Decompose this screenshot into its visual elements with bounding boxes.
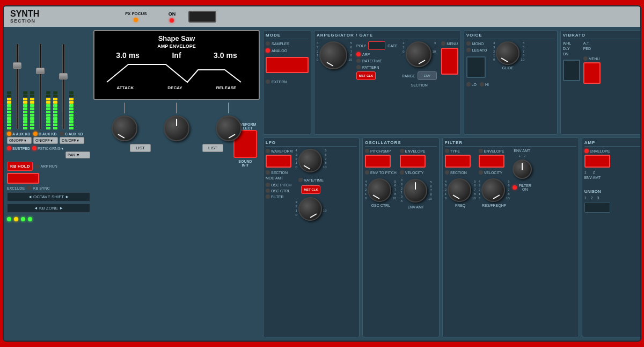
res-knob[interactable] bbox=[481, 178, 505, 202]
top-right-row: MODE SAMPLES ANALOG EXTE bbox=[263, 30, 641, 135]
filter-type-switch[interactable] bbox=[445, 155, 471, 168]
attack-label: ATTACK bbox=[117, 85, 134, 90]
pstick-label[interactable]: PSTICK/RNG▼ bbox=[38, 147, 64, 150]
filter-env-label: ENVELOPE bbox=[484, 149, 504, 153]
arp-menu-switch[interactable] bbox=[441, 48, 458, 75]
on-led bbox=[170, 18, 174, 23]
velocity-1: 1 bbox=[584, 170, 587, 174]
power-switch[interactable] bbox=[188, 11, 216, 23]
aux-c-block: C AUX KB ON/OFF▼ bbox=[60, 132, 84, 144]
amp-content: ENVELOPE 1 2 ENV AMT UNISON bbox=[584, 149, 641, 213]
bottom-led-1 bbox=[7, 217, 11, 221]
envelope-svg bbox=[100, 62, 253, 83]
main-knobs-row bbox=[93, 103, 260, 141]
attack-value: 3.0 ms bbox=[116, 51, 140, 60]
aux-a-dropdown[interactable]: ON/OFF▼ bbox=[7, 137, 32, 144]
lfo-mod-knob[interactable] bbox=[298, 149, 322, 172]
env-knob-3[interactable] bbox=[216, 115, 241, 141]
lfo-section: LFO WAVEFORM SECTION bbox=[263, 138, 360, 337]
display-labels: ATTACK DECAY RELEASE bbox=[100, 85, 253, 90]
samples-led bbox=[266, 41, 270, 46]
arp-menu-led bbox=[441, 41, 445, 46]
vib-menu-switch[interactable] bbox=[583, 62, 601, 84]
osc-ctrl-led bbox=[266, 189, 270, 193]
arp-rate-knob[interactable] bbox=[319, 41, 347, 69]
lfo-waveform-switch[interactable] bbox=[266, 155, 291, 168]
amp-section: AMP ENVELOPE 1 2 ENV AMT bbox=[582, 138, 641, 337]
bottom-led-3 bbox=[21, 217, 25, 221]
osc-ctrl-label2: OSC CTRL bbox=[365, 204, 397, 207]
kb-zone-button[interactable]: ◄ KB ZONE ► bbox=[7, 204, 90, 213]
freq-scale-r: 567810 bbox=[472, 180, 476, 201]
app-title: SYNTH bbox=[10, 10, 39, 18]
fader-1[interactable] bbox=[12, 44, 22, 129]
lfo-section-led bbox=[266, 170, 270, 175]
aux-b-dropdown[interactable]: ON/OFF▼ bbox=[33, 137, 58, 144]
octave-shift-button[interactable]: ◄ OCTAVE SHIFT ► bbox=[7, 192, 90, 201]
osc-title: OSCILLATORS bbox=[365, 140, 437, 147]
kb-hold-button[interactable]: KB HOLD bbox=[7, 162, 33, 171]
kb-hold-switch[interactable] bbox=[7, 173, 39, 184]
arp-mid-controls: POLY GATE ARP RATE/TIME bbox=[356, 41, 398, 80]
pitch-smp-switch[interactable] bbox=[365, 155, 391, 168]
kb-sync-label: KB SYNC bbox=[33, 186, 50, 190]
meter-3a bbox=[53, 44, 57, 129]
lfo-mst-clk-toggle[interactable]: MST CLK bbox=[301, 185, 320, 194]
list-button-1[interactable]: LIST bbox=[130, 144, 151, 152]
lfo-knobs: 43210 567810 RATE/TIME bbox=[295, 149, 326, 221]
env-knob-2[interactable] bbox=[164, 115, 189, 141]
range-knob[interactable] bbox=[406, 41, 431, 67]
aux-controls-row: A AUX KB ON/OFF▼ B AUX KB ON/OFF▼ C AUX … bbox=[7, 132, 90, 144]
env-pill[interactable]: ENV bbox=[418, 71, 437, 80]
amp-title: AMP bbox=[584, 140, 641, 147]
voice-section: VOICE MONO LEGATO bbox=[464, 30, 558, 135]
lfo-waveform-led bbox=[266, 149, 270, 153]
arp-label: ARP bbox=[362, 53, 370, 56]
aux-c-dropdown[interactable]: ON/OFF▼ bbox=[60, 137, 84, 144]
fader-3[interactable] bbox=[58, 44, 68, 129]
extern-label: EXTERN bbox=[272, 80, 287, 84]
freq-knob[interactable] bbox=[448, 178, 471, 202]
pattern-led bbox=[356, 65, 361, 69]
sustped-led bbox=[7, 146, 11, 150]
center-panel: Shape Saw AMP ENVELOPE 3.0 ms Inf 3.0 ms… bbox=[93, 30, 260, 337]
filter-on-label: FILTER ON bbox=[518, 184, 531, 191]
glide-knob[interactable] bbox=[496, 41, 519, 65]
osc-pitch-knob[interactable] bbox=[368, 178, 391, 202]
fader-2[interactable] bbox=[35, 44, 45, 129]
lfo-waveform-label: WAVEFORM bbox=[271, 149, 292, 153]
amp-env-led bbox=[584, 149, 589, 153]
section-label: SECTION bbox=[411, 83, 428, 87]
aux-c-label: C AUX KB bbox=[65, 132, 83, 136]
aux-a-label: A AUX KB bbox=[12, 132, 30, 136]
aux-b-led bbox=[33, 132, 38, 136]
osc-knob-scale-r: 567810 bbox=[392, 180, 396, 201]
unison-switch[interactable] bbox=[584, 202, 610, 213]
voice-switch[interactable] bbox=[466, 56, 486, 78]
filter-env-amt-knob[interactable] bbox=[513, 160, 532, 179]
env-amt-knob[interactable] bbox=[404, 179, 427, 203]
lfo-rate-knob[interactable] bbox=[298, 197, 322, 221]
unison-3: 3 bbox=[597, 196, 599, 200]
filter-type-block: TYPE SECTION 43210 bbox=[445, 149, 476, 207]
legato-led bbox=[466, 48, 471, 52]
mode-switch[interactable] bbox=[266, 57, 309, 73]
mst-clk-toggle[interactable]: MST CLK bbox=[356, 71, 376, 80]
range-scale-r: 3.10 bbox=[433, 41, 436, 67]
arp-gate-switch[interactable] bbox=[368, 41, 385, 50]
filter-env-switch[interactable] bbox=[479, 155, 504, 168]
release-label: RELEASE bbox=[216, 85, 237, 90]
aux-b-label: B AUX KB bbox=[39, 132, 57, 136]
velocity-2: 2 bbox=[593, 170, 595, 174]
list-button-2[interactable]: LIST bbox=[202, 144, 223, 152]
vibrato-switch[interactable] bbox=[563, 60, 580, 81]
legato-label: LEGATO bbox=[472, 48, 487, 52]
env-knob-1[interactable] bbox=[112, 115, 137, 141]
osc-env-switch[interactable] bbox=[400, 155, 426, 168]
osc-pitch-led bbox=[266, 183, 270, 187]
amp-env-switch[interactable] bbox=[584, 155, 610, 168]
poly-label: POLY bbox=[356, 44, 366, 48]
kb-sync-led bbox=[27, 186, 31, 190]
pan-dropdown[interactable]: PAN ▼ bbox=[65, 151, 90, 158]
filter-section-label: SECTION bbox=[450, 171, 467, 175]
